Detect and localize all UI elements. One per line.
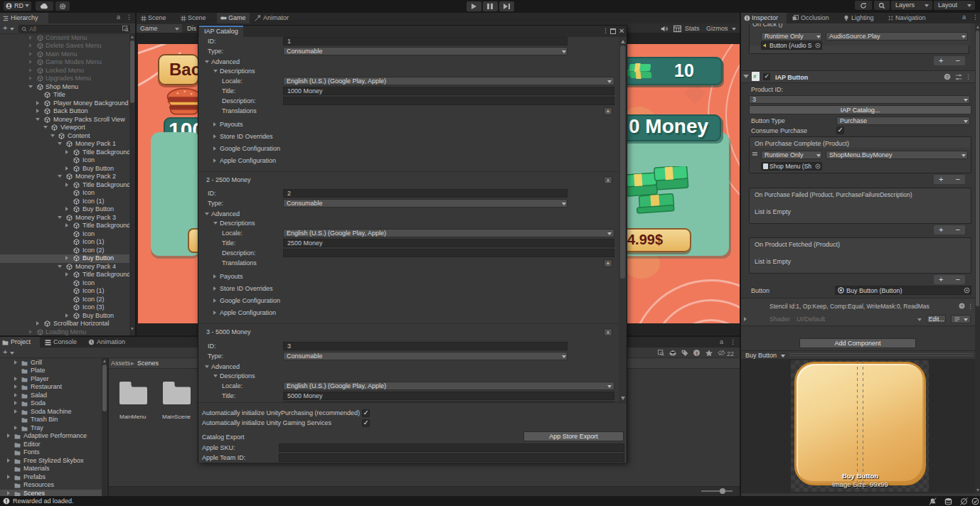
svg-text:?: ? bbox=[946, 75, 949, 80]
svg-text:?: ? bbox=[961, 303, 964, 308]
